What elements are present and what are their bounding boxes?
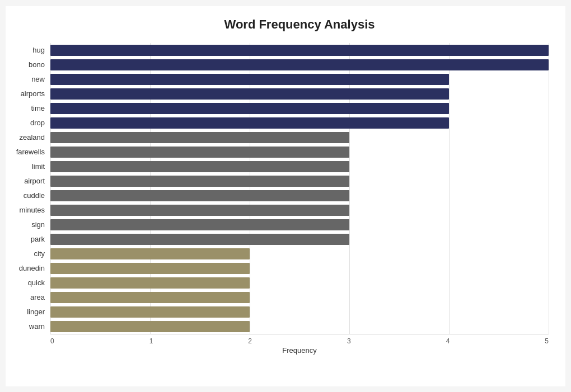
bar-track [50, 88, 549, 100]
bar-fill [50, 263, 250, 274]
x-tick: 0 [50, 337, 54, 345]
x-axis-label: Frequency [50, 346, 549, 355]
bar-track [50, 176, 549, 187]
bar-track [50, 161, 549, 172]
bar-label: park [6, 235, 50, 243]
bar-row: quick [50, 277, 549, 289]
bar-track [50, 248, 549, 259]
bar-track [50, 277, 549, 289]
bar-row: sign [50, 219, 549, 231]
bar-fill [50, 74, 449, 85]
bar-row: drop [50, 117, 549, 129]
chart-title: Word Frequency Analysis [50, 17, 549, 32]
bar-track [50, 292, 549, 303]
chart-container: Word Frequency Analysis hugbononewairpor… [6, 6, 565, 386]
bar-track [50, 45, 549, 56]
bar-fill [50, 277, 250, 289]
bar-track [50, 147, 549, 158]
x-tick: 3 [347, 337, 351, 345]
bar-label: farewells [6, 148, 50, 156]
bar-label: dunedin [6, 264, 50, 272]
bar-row: bono [50, 59, 549, 71]
bar-row: city [50, 248, 549, 260]
bar-fill [50, 117, 449, 129]
bar-track [50, 219, 549, 230]
bar-row: airport [50, 175, 549, 187]
x-ticks: 012345 [50, 337, 549, 345]
bar-fill [50, 306, 250, 318]
bar-label: quick [6, 278, 50, 287]
bar-label: hug [6, 46, 50, 54]
bar-label: linger [6, 308, 50, 316]
x-tick: 4 [446, 337, 450, 345]
bar-row: farewells [50, 146, 549, 158]
bar-row: minutes [50, 204, 549, 216]
bar-fill [50, 321, 250, 332]
bar-row: new [50, 73, 549, 86]
bar-label: airport [6, 177, 50, 185]
bar-label: city [6, 249, 50, 258]
bar-fill [50, 45, 549, 56]
bar-track [50, 59, 549, 70]
bar-label: new [6, 75, 50, 83]
bar-label: bono [6, 60, 50, 69]
bar-fill [50, 103, 449, 114]
bar-fill [50, 234, 349, 245]
bar-fill [50, 190, 349, 201]
bar-fill [50, 248, 250, 259]
bar-fill [50, 132, 349, 143]
bar-row: area [50, 291, 549, 304]
bar-fill [50, 176, 349, 187]
bar-label: limit [6, 162, 50, 171]
bar-fill [50, 147, 349, 158]
bar-row: warn [50, 320, 549, 333]
bar-label: zealand [6, 133, 50, 141]
bar-track [50, 306, 549, 318]
bar-fill [50, 59, 549, 70]
bar-label: sign [6, 220, 50, 229]
bar-row: hug [50, 44, 549, 56]
bar-track [50, 132, 549, 143]
bar-track [50, 263, 549, 274]
x-tick: 2 [248, 337, 252, 345]
x-tick: 1 [149, 337, 153, 345]
bar-label: drop [6, 119, 50, 127]
bar-label: warn [6, 322, 50, 330]
bar-label: cuddle [6, 191, 50, 200]
bar-track [50, 117, 549, 129]
bar-row: dunedin [50, 262, 549, 275]
bar-row: linger [50, 306, 549, 318]
gridline [549, 43, 549, 334]
bar-fill [50, 88, 449, 100]
bar-row: airports [50, 88, 549, 100]
bar-label: time [6, 104, 50, 112]
chart-area: hugbononewairportstimedropzealandfarewel… [50, 43, 549, 356]
bar-track [50, 74, 549, 85]
bar-fill [50, 219, 349, 230]
bar-fill [50, 292, 250, 303]
bar-row: park [50, 233, 549, 245]
bar-label: minutes [6, 206, 50, 214]
x-tick: 5 [545, 337, 549, 345]
bar-track [50, 205, 549, 216]
bar-fill [50, 205, 349, 216]
bar-track [50, 190, 549, 201]
bar-fill [50, 161, 349, 172]
x-axis: 012345 Frequency [50, 334, 549, 356]
bars-container: hugbononewairportstimedropzealandfarewel… [50, 43, 549, 334]
bar-track [50, 103, 549, 114]
bar-row: zealand [50, 131, 549, 144]
bar-track [50, 321, 549, 332]
bar-row: time [50, 102, 549, 115]
bar-row: limit [50, 160, 549, 173]
bar-label: airports [6, 89, 50, 98]
bar-track [50, 234, 549, 245]
bar-row: cuddle [50, 190, 549, 202]
bar-label: area [6, 293, 50, 301]
